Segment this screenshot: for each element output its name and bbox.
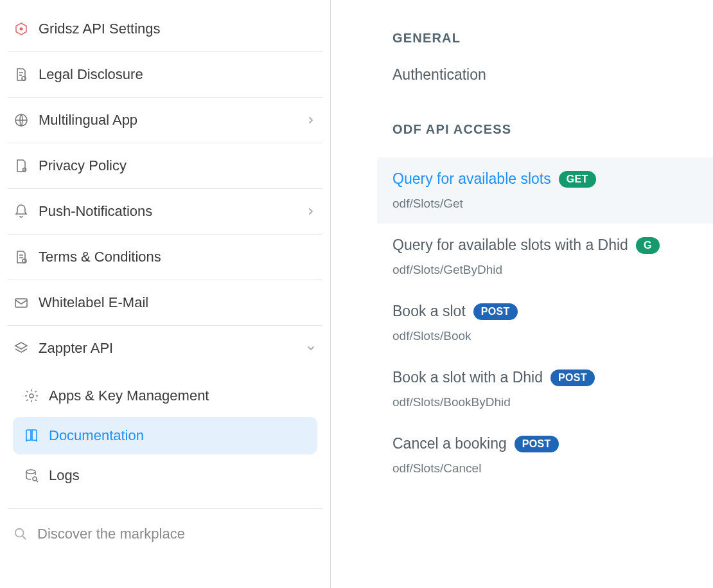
api-item-title: Book a slot bbox=[392, 303, 466, 320]
stack-icon bbox=[13, 340, 30, 357]
api-item-title-row: Query for available slots with a Dhid G bbox=[392, 236, 698, 254]
api-item-path: odf/Slots/Get bbox=[392, 197, 698, 211]
sidebar-inner: Gridsz API Settings Legal Disclosure Mul… bbox=[0, 6, 330, 542]
api-item-path: odf/Slots/BookByDhid bbox=[392, 395, 698, 409]
bell-icon bbox=[13, 203, 30, 220]
book-icon bbox=[23, 427, 40, 444]
svg-point-10 bbox=[33, 477, 37, 481]
section-general: GENERAL Authentication bbox=[392, 31, 713, 84]
section-heading-general: GENERAL bbox=[392, 31, 713, 46]
sidebar-item-label: Privacy Policy bbox=[39, 157, 317, 174]
search-icon bbox=[13, 526, 28, 542]
sub-item-documentation[interactable]: Documentation bbox=[13, 417, 317, 454]
api-item-query-available-slots-dhid[interactable]: Query for available slots with a Dhid G … bbox=[377, 224, 713, 290]
document-info-icon bbox=[13, 66, 30, 83]
sidebar-item-gridsz-api-settings[interactable]: Gridsz API Settings bbox=[8, 6, 322, 52]
svg-marker-7 bbox=[15, 343, 27, 349]
api-link-authentication[interactable]: Authentication bbox=[392, 66, 713, 84]
discover-marketplace-link[interactable]: Discover the markplace bbox=[8, 509, 322, 542]
envelope-icon bbox=[13, 294, 30, 311]
sidebar-item-privacy-policy[interactable]: Privacy Policy bbox=[8, 143, 322, 189]
svg-point-9 bbox=[26, 470, 35, 474]
api-item-title: Cancel a booking bbox=[392, 435, 507, 452]
sidebar: Gridsz API Settings Legal Disclosure Mul… bbox=[0, 0, 331, 588]
sidebar-item-whitelabel-email[interactable]: Whitelabel E-Mail bbox=[8, 280, 322, 326]
chevron-down-icon bbox=[304, 342, 317, 355]
chevron-right-icon bbox=[304, 114, 317, 127]
sub-item-logs[interactable]: Logs bbox=[13, 457, 317, 494]
api-item-path: odf/Slots/Book bbox=[392, 329, 698, 343]
api-item-book-slot-dhid[interactable]: Book a slot with a Dhid POST odf/Slots/B… bbox=[377, 356, 713, 422]
document-check-icon bbox=[13, 249, 30, 265]
chevron-right-icon bbox=[304, 205, 317, 218]
sidebar-item-label: Zappter API bbox=[39, 340, 295, 357]
sidebar-item-legal-disclosure[interactable]: Legal Disclosure bbox=[8, 52, 322, 98]
section-heading-odf: ODF API ACCESS bbox=[392, 122, 713, 137]
svg-rect-6 bbox=[15, 299, 27, 307]
shield-document-icon bbox=[13, 157, 30, 174]
svg-point-11 bbox=[15, 529, 24, 537]
sub-item-label: Documentation bbox=[49, 427, 144, 444]
discover-label: Discover the markplace bbox=[37, 526, 185, 542]
globe-icon bbox=[13, 112, 30, 129]
sub-item-label: Apps & Key Management bbox=[49, 388, 209, 404]
svg-point-1 bbox=[20, 28, 23, 31]
svg-point-4 bbox=[23, 168, 26, 172]
http-method-badge: GET bbox=[559, 171, 596, 188]
api-item-cancel-booking[interactable]: Cancel a booking POST odf/Slots/Cancel bbox=[377, 422, 713, 488]
api-list: Query for available slots GET odf/Slots/… bbox=[392, 157, 713, 488]
sidebar-sublist-zappter-api: Apps & Key Management Documentation bbox=[8, 371, 322, 509]
api-item-book-slot[interactable]: Book a slot POST odf/Slots/Book bbox=[377, 290, 713, 356]
api-item-title: Book a slot with a Dhid bbox=[392, 369, 543, 386]
api-item-title: Query for available slots with a Dhid bbox=[392, 236, 628, 254]
content-pane: GENERAL Authentication ODF API ACCESS Qu… bbox=[331, 0, 713, 588]
api-item-title-row: Query for available slots GET bbox=[392, 170, 698, 188]
svg-point-8 bbox=[30, 394, 33, 398]
database-search-icon bbox=[23, 467, 40, 484]
sidebar-item-label: Push-Notifications bbox=[39, 203, 295, 220]
gear-icon bbox=[23, 388, 40, 404]
api-item-title-row: Book a slot with a Dhid POST bbox=[392, 369, 698, 386]
http-method-badge: POST bbox=[515, 436, 559, 452]
section-odf-api-access: ODF API ACCESS Query for available slots… bbox=[392, 122, 713, 488]
grid-icon bbox=[13, 21, 30, 37]
sidebar-item-label: Terms & Conditions bbox=[39, 249, 317, 265]
http-method-badge: G bbox=[636, 237, 660, 254]
sidebar-item-label: Gridsz API Settings bbox=[39, 21, 317, 37]
api-item-title-row: Cancel a booking POST bbox=[392, 435, 698, 452]
sidebar-item-zappter-api[interactable]: Zappter API bbox=[8, 326, 322, 371]
sub-item-label: Logs bbox=[49, 467, 80, 484]
api-item-title-row: Book a slot POST bbox=[392, 303, 698, 320]
http-method-badge: POST bbox=[550, 370, 595, 386]
api-item-title: Query for available slots bbox=[392, 170, 551, 188]
sub-item-apps-key-management[interactable]: Apps & Key Management bbox=[13, 377, 317, 414]
sidebar-item-label: Multilingual App bbox=[39, 112, 295, 129]
sidebar-item-label: Whitelabel E-Mail bbox=[39, 294, 317, 311]
sidebar-item-terms-conditions[interactable]: Terms & Conditions bbox=[8, 235, 322, 280]
svg-point-5 bbox=[22, 259, 26, 263]
http-method-badge: POST bbox=[473, 303, 518, 320]
sidebar-item-push-notifications[interactable]: Push-Notifications bbox=[8, 189, 322, 235]
sidebar-item-multilingual-app[interactable]: Multilingual App bbox=[8, 98, 322, 143]
sidebar-item-label: Legal Disclosure bbox=[39, 66, 317, 83]
api-item-path: odf/Slots/GetByDhid bbox=[392, 263, 698, 277]
api-item-query-available-slots[interactable]: Query for available slots GET odf/Slots/… bbox=[377, 157, 713, 224]
api-item-path: odf/Slots/Cancel bbox=[392, 461, 698, 476]
api-link-label: Authentication bbox=[392, 66, 486, 83]
